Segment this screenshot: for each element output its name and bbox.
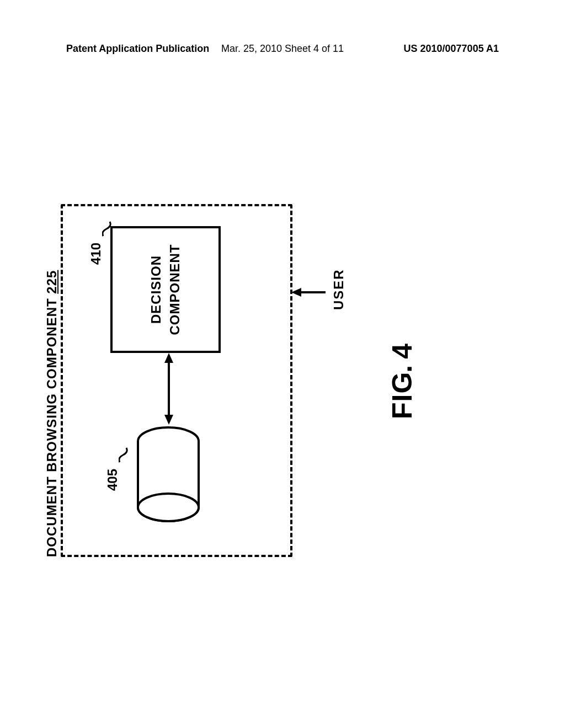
reference-numeral-405: 405 [105, 469, 120, 491]
svg-marker-4 [164, 353, 173, 363]
figure-stage: DOCUMENT BROWSING COMPONENT 225 405 410 … [55, 204, 441, 557]
decision-component-label: DECISION COMPONENT [147, 244, 184, 335]
publication-number: US 2010/0077005 A1 [404, 43, 499, 55]
svg-marker-6 [291, 288, 301, 297]
figure-caption-number: 4 [387, 343, 418, 367]
figure-caption: FIG. 4 [386, 343, 418, 419]
svg-marker-3 [164, 415, 173, 425]
figure-caption-prefix: FIG [387, 372, 418, 419]
bidirectional-arrow [163, 353, 174, 425]
reference-numeral-410: 410 [88, 243, 104, 265]
container-title-text: DOCUMENT BROWSING COMPONENT [44, 294, 59, 557]
decision-component-box: DECISION COMPONENT [110, 226, 221, 353]
user-input-arrow [292, 287, 326, 298]
container-title: DOCUMENT BROWSING COMPONENT 225 [44, 270, 60, 557]
date-sheet-info: Mar. 25, 2010 Sheet 4 of 11 [221, 43, 344, 55]
user-label: USER [331, 269, 347, 310]
container-title-number: 225 [44, 270, 59, 294]
publication-type: Patent Application Publication [66, 43, 209, 55]
database-cylinder-icon [127, 425, 210, 524]
page-header: Patent Application Publication Mar. 25, … [0, 43, 565, 55]
svg-point-1 [138, 494, 199, 521]
